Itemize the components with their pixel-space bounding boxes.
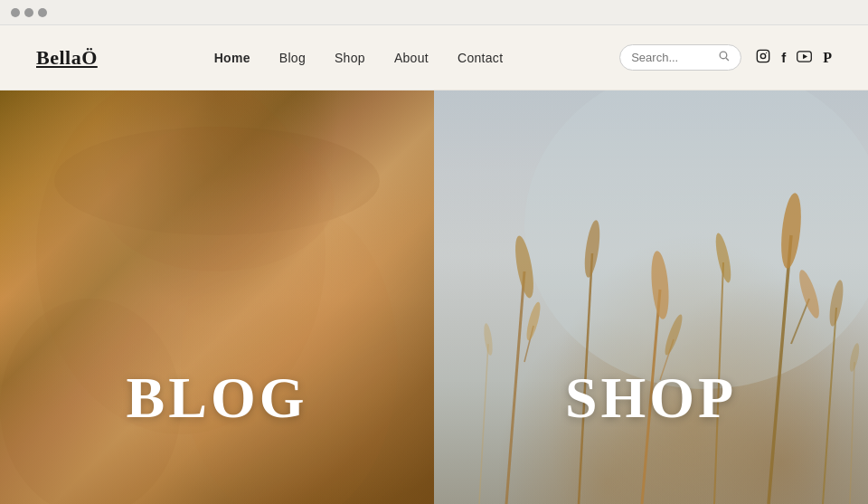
hero-blog-label: BLOG [127,365,308,432]
svg-point-0 [720,52,727,59]
svg-line-1 [726,58,729,61]
nav-item-blog[interactable]: Blog [279,50,306,66]
svg-marker-6 [803,53,807,59]
svg-rect-2 [758,50,769,62]
nav-link-shop[interactable]: Shop [335,51,365,65]
instagram-icon[interactable] [756,49,770,67]
svg-point-11 [99,127,335,271]
nav-link-contact[interactable]: Contact [458,51,503,65]
search-box[interactable] [619,44,741,71]
svg-point-34 [848,343,861,373]
svg-point-16 [524,300,542,341]
social-icons: f P [756,49,832,67]
svg-point-12 [524,90,868,389]
svg-line-13 [506,271,524,504]
nav-link-home[interactable]: Home [214,51,250,65]
pinterest-icon[interactable]: P [823,50,832,66]
nav-item-about[interactable]: About [394,50,429,66]
wheat-decoration [434,90,868,504]
svg-point-4 [766,52,767,52]
hero-shop-label: SHOP [565,365,737,432]
browser-dot-1 [11,8,20,17]
browser-dot-2 [24,8,33,17]
svg-line-31 [479,344,488,504]
browser-dot-3 [38,8,47,17]
brand-logo[interactable]: BellaÖ [36,46,98,70]
search-input[interactable] [631,51,712,64]
navbar: BellaÖ Home Blog Shop About Contact [0,25,868,90]
svg-point-32 [483,323,495,357]
browser-chrome [0,0,868,25]
nav-link-blog[interactable]: Blog [279,51,306,65]
nav-links: Home Blog Shop About Contact [214,50,504,66]
youtube-icon[interactable] [797,50,812,66]
facebook-icon[interactable]: f [781,50,786,65]
hero-section: BLOG [0,90,868,504]
nav-item-shop[interactable]: Shop [335,50,365,66]
search-icon [718,50,730,65]
svg-point-3 [761,53,766,58]
nav-right: f P [619,44,832,71]
nav-item-home[interactable]: Home [214,50,250,66]
browser-dots [11,8,47,17]
nav-item-contact[interactable]: Contact [458,50,503,66]
svg-line-33 [850,362,854,504]
hero-panel-shop[interactable]: SHOP [434,90,868,504]
hero-panel-blog[interactable]: BLOG [0,90,434,504]
nav-link-about[interactable]: About [394,51,429,65]
